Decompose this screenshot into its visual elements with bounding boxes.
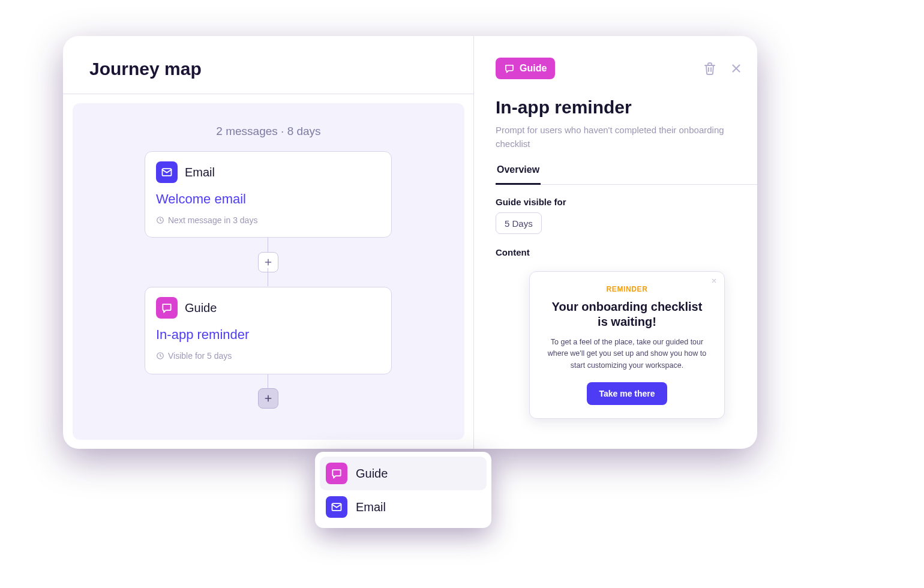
visible-for-field[interactable]: 5 Days [496,212,542,234]
card-meta-text: Next message in 3 days [168,215,257,225]
delete-button[interactable] [702,61,718,76]
guide-chip-label: Guide [520,63,547,74]
email-icon [326,496,347,518]
card-type-label: Email [185,166,215,179]
guide-icon [326,463,347,484]
guide-chip-icon [504,63,515,74]
close-button[interactable] [728,61,744,76]
app-window: Journey map 2 messages · 8 days Email [63,36,757,449]
detail-description: Prompt for users who haven't completed t… [496,124,736,151]
journey-summary: 2 messages · 8 days [73,125,464,138]
clock-icon [156,216,164,224]
connector [268,268,268,286]
card-meta-text: Visible for 5 days [168,351,232,361]
preview-eyebrow: REMINDER [545,285,709,293]
add-step-menu-item-email[interactable]: Email [320,490,487,524]
card-title: Welcome email [156,191,380,207]
add-step-button-active[interactable] [258,388,278,409]
journey-card-email[interactable]: Email Welcome email Next message in 3 da… [145,151,392,238]
card-type-label: Guide [185,301,217,315]
card-meta: Visible for 5 days [156,351,380,361]
page-title: Journey map [89,59,202,79]
preview-body: To get a feel of the place, take our gui… [545,337,709,371]
menu-item-label: Email [356,500,386,514]
guide-preview: REMINDER Your onboarding checklist is wa… [529,271,725,419]
card-title: In-app reminder [156,327,380,343]
detail-tabs: Overview [496,160,757,185]
menu-item-label: Guide [356,467,388,481]
preview-cta-button[interactable]: Take me there [587,382,667,405]
guide-chip: Guide [496,58,555,79]
visible-for-label: Guide visible for [496,197,566,207]
preview-close-icon[interactable] [711,278,717,284]
tab-overview[interactable]: Overview [496,160,541,185]
add-step-button[interactable] [258,252,278,272]
detail-title: In-app reminder [496,97,632,118]
add-step-menu-item-guide[interactable]: Guide [320,457,487,490]
guide-icon [156,297,178,319]
journey-card-guide[interactable]: Guide In-app reminder Visible for 5 days [145,287,392,374]
journey-panel: Journey map 2 messages · 8 days Email [63,36,474,449]
preview-heading: Your onboarding checklist is waiting! [545,299,709,329]
email-icon [156,161,178,183]
detail-panel: Guide In-app remin [474,36,757,449]
journey-canvas: 2 messages · 8 days Email Welcome email [73,103,464,440]
connector [268,374,268,389]
divider [63,94,474,94]
card-meta: Next message in 3 days [156,215,380,225]
add-step-menu: Guide Email [315,452,491,528]
content-label: Content [496,247,530,257]
clock-icon [156,352,164,360]
